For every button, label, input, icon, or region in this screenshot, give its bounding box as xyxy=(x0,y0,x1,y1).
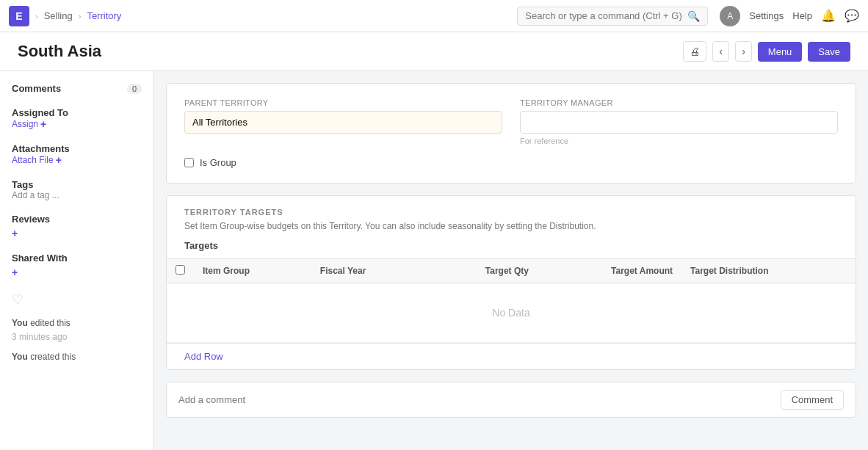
content-area: Comments 0 Assigned To Assign + Attachme… xyxy=(0,71,868,450)
activity-1-action: edited this xyxy=(30,318,70,328)
heart-icon[interactable]: ♡ xyxy=(12,291,142,308)
activity-1-time: 3 minutes ago xyxy=(12,332,67,342)
col-fiscal-year: Fiscal Year xyxy=(311,259,427,283)
help-button[interactable]: Help xyxy=(792,10,812,21)
page-actions: 🖨 ‹ › Menu Save xyxy=(683,41,850,62)
activity-2-actor: You xyxy=(12,352,28,362)
targets-section-title: TERRITORY TARGETS xyxy=(184,208,838,217)
avatar: A xyxy=(720,6,740,26)
table-header-checkbox-col xyxy=(167,259,194,283)
comment-input[interactable] xyxy=(178,394,772,405)
targets-section-header: TERRITORY TARGETS Set Item Group-wise bu… xyxy=(167,196,856,231)
page-title: South Asia xyxy=(18,42,101,61)
sidebar-comments-section: Comments 0 xyxy=(12,83,142,94)
save-button[interactable]: Save xyxy=(808,42,850,62)
activity-2-action: created this xyxy=(30,352,76,362)
is-group-checkbox[interactable] xyxy=(184,158,194,167)
app-logo: E xyxy=(9,6,29,26)
assign-plus-icon: + xyxy=(40,118,46,130)
breadcrumb-chevron-1: › xyxy=(35,12,38,21)
sidebar-comments-header: Comments 0 xyxy=(12,83,142,94)
is-group-label: Is Group xyxy=(200,157,236,168)
parent-territory-label: Parent Territory xyxy=(184,98,502,107)
review-plus-icon: + xyxy=(12,228,18,239)
for-reference-hint: For reference xyxy=(520,137,838,145)
search-icon: 🔍 xyxy=(687,10,700,22)
sidebar-reviews-label: Reviews xyxy=(12,214,50,225)
page-header: South Asia 🖨 ‹ › Menu Save xyxy=(0,32,868,71)
sidebar-reviews-header: Reviews xyxy=(12,214,142,225)
notification-icon[interactable]: 🔔 xyxy=(821,9,836,23)
attach-plus-icon: + xyxy=(56,154,62,166)
sidebar-attachments-label: Attachments xyxy=(12,143,142,154)
targets-section-card: TERRITORY TARGETS Set Item Group-wise bu… xyxy=(166,195,856,370)
topnav-actions: A Settings Help 🔔 💬 xyxy=(720,6,859,26)
no-data-row: No Data xyxy=(167,283,856,343)
sidebar-shared-label: Shared With xyxy=(12,253,68,264)
col-item-group: Item Group xyxy=(194,259,311,283)
territory-manager-group: Territory Manager For reference xyxy=(520,98,838,145)
breadcrumb-territory[interactable]: Territory xyxy=(87,10,121,21)
assign-button[interactable]: Assign + xyxy=(12,118,142,130)
print-button[interactable]: 🖨 xyxy=(683,41,706,62)
activity-1-actor: You xyxy=(12,318,28,328)
form-row-1: Parent Territory Territory Manager For r… xyxy=(184,98,838,145)
sidebar-assigned-section: Assigned To Assign + xyxy=(12,107,142,130)
settings-button[interactable]: Settings xyxy=(749,10,784,21)
sidebar-tags-section: Tags Add a tag ... xyxy=(12,179,142,200)
is-group-row: Is Group xyxy=(184,157,838,168)
targets-subtitle: Targets xyxy=(167,240,856,251)
sidebar-comments-label: Comments xyxy=(12,83,61,94)
attach-file-button[interactable]: Attach File + xyxy=(12,154,142,166)
comment-card: Comment xyxy=(166,382,856,418)
add-row-bar: Add Row xyxy=(167,343,856,369)
comment-button[interactable]: Comment xyxy=(781,390,844,410)
activity-item-2: You created this xyxy=(12,350,142,364)
breadcrumb-selling[interactable]: Selling xyxy=(44,10,73,21)
menu-button[interactable]: Menu xyxy=(758,42,803,62)
targets-section-desc: Set Item Group-wise budgets on this Terr… xyxy=(184,221,838,231)
breadcrumb-chevron-2: › xyxy=(79,12,82,21)
activity-item-1: You edited this 3 minutes ago xyxy=(12,316,142,344)
topnav: E › Selling › Territory 🔍 A Settings Hel… xyxy=(0,0,868,32)
col-target-qty: Target Qty xyxy=(427,259,538,283)
col-target-amount: Target Amount xyxy=(538,259,681,283)
parent-territory-group: Parent Territory xyxy=(184,98,502,145)
sidebar: Comments 0 Assigned To Assign + Attachme… xyxy=(0,71,154,450)
targets-table: Item Group Fiscal Year Target Qty Target… xyxy=(167,258,856,343)
territory-manager-input[interactable] xyxy=(520,111,838,134)
sidebar-shared-section: Shared With + xyxy=(12,253,142,278)
main-content: Parent Territory Territory Manager For r… xyxy=(154,71,868,450)
territory-manager-label: Territory Manager xyxy=(520,98,838,107)
add-shared-button[interactable]: + xyxy=(12,266,142,278)
col-target-distribution: Target Distribution xyxy=(681,259,856,283)
sidebar-activity: You edited this 3 minutes ago You create… xyxy=(12,316,142,365)
no-data-cell: No Data xyxy=(167,283,856,343)
parent-territory-input[interactable] xyxy=(184,111,502,134)
form-card: Parent Territory Territory Manager For r… xyxy=(166,83,856,184)
add-row-button[interactable]: Add Row xyxy=(184,351,223,362)
search-bar[interactable]: 🔍 xyxy=(517,7,708,26)
add-review-button[interactable]: + xyxy=(12,228,142,239)
shared-plus-icon: + xyxy=(12,266,18,278)
search-input[interactable] xyxy=(525,10,683,21)
prev-button[interactable]: ‹ xyxy=(712,41,729,62)
add-tag-button[interactable]: Add a tag ... xyxy=(12,190,142,200)
sidebar-shared-header: Shared With xyxy=(12,253,142,264)
sidebar-assigned-label: Assigned To xyxy=(12,107,142,118)
targets-table-header-row: Item Group Fiscal Year Target Qty Target… xyxy=(167,259,856,283)
form-body: Parent Territory Territory Manager For r… xyxy=(167,84,856,183)
sidebar-tags-label: Tags xyxy=(12,179,142,190)
sidebar-attachments-section: Attachments Attach File + xyxy=(12,143,142,166)
chat-icon[interactable]: 💬 xyxy=(845,9,859,23)
next-button[interactable]: › xyxy=(735,41,752,62)
sidebar-reviews-section: Reviews + xyxy=(12,214,142,239)
select-all-checkbox[interactable] xyxy=(176,265,185,275)
sidebar-comments-badge: 0 xyxy=(127,84,142,94)
